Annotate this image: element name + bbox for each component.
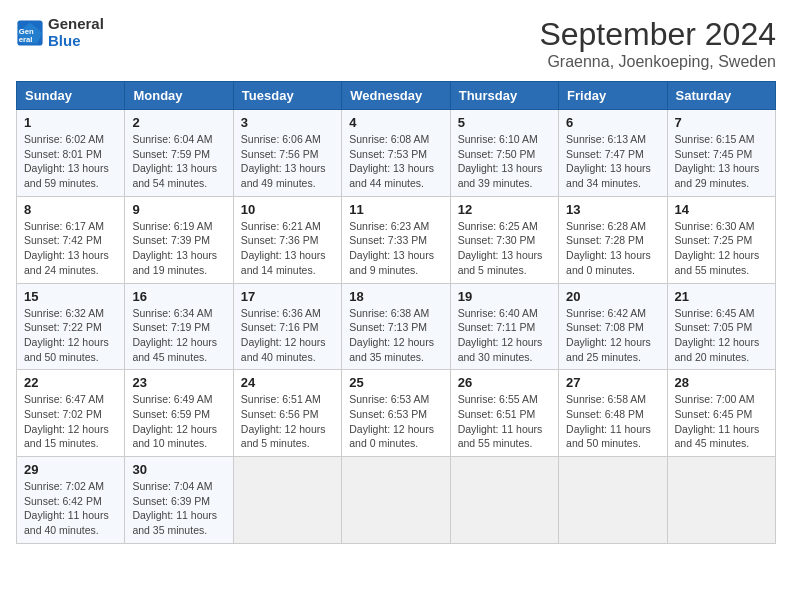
day-info: Sunrise: 6:06 AM Sunset: 7:56 PM Dayligh…: [241, 132, 334, 191]
day-info: Sunrise: 6:47 AM Sunset: 7:02 PM Dayligh…: [24, 392, 117, 451]
day-info: Sunrise: 7:00 AM Sunset: 6:45 PM Dayligh…: [675, 392, 768, 451]
col-header-wednesday: Wednesday: [342, 82, 450, 110]
calendar-week-2: 8Sunrise: 6:17 AM Sunset: 7:42 PM Daylig…: [17, 196, 776, 283]
day-info: Sunrise: 6:58 AM Sunset: 6:48 PM Dayligh…: [566, 392, 659, 451]
calendar-cell: 11Sunrise: 6:23 AM Sunset: 7:33 PM Dayli…: [342, 196, 450, 283]
logo: Gen eral General Blue: [16, 16, 104, 49]
calendar-cell: 8Sunrise: 6:17 AM Sunset: 7:42 PM Daylig…: [17, 196, 125, 283]
day-info: Sunrise: 6:32 AM Sunset: 7:22 PM Dayligh…: [24, 306, 117, 365]
day-info: Sunrise: 7:02 AM Sunset: 6:42 PM Dayligh…: [24, 479, 117, 538]
day-info: Sunrise: 6:02 AM Sunset: 8:01 PM Dayligh…: [24, 132, 117, 191]
calendar-cell: 15Sunrise: 6:32 AM Sunset: 7:22 PM Dayli…: [17, 283, 125, 370]
day-number: 10: [241, 202, 334, 217]
col-header-sunday: Sunday: [17, 82, 125, 110]
calendar-cell: 3Sunrise: 6:06 AM Sunset: 7:56 PM Daylig…: [233, 110, 341, 197]
calendar-week-1: 1Sunrise: 6:02 AM Sunset: 8:01 PM Daylig…: [17, 110, 776, 197]
day-number: 9: [132, 202, 225, 217]
calendar-week-5: 29Sunrise: 7:02 AM Sunset: 6:42 PM Dayli…: [17, 457, 776, 544]
calendar-cell: 5Sunrise: 6:10 AM Sunset: 7:50 PM Daylig…: [450, 110, 558, 197]
calendar-cell: 18Sunrise: 6:38 AM Sunset: 7:13 PM Dayli…: [342, 283, 450, 370]
day-info: Sunrise: 6:19 AM Sunset: 7:39 PM Dayligh…: [132, 219, 225, 278]
calendar-week-3: 15Sunrise: 6:32 AM Sunset: 7:22 PM Dayli…: [17, 283, 776, 370]
day-number: 26: [458, 375, 551, 390]
day-number: 30: [132, 462, 225, 477]
day-info: Sunrise: 7:04 AM Sunset: 6:39 PM Dayligh…: [132, 479, 225, 538]
day-info: Sunrise: 6:28 AM Sunset: 7:28 PM Dayligh…: [566, 219, 659, 278]
day-info: Sunrise: 6:53 AM Sunset: 6:53 PM Dayligh…: [349, 392, 442, 451]
calendar-cell: 4Sunrise: 6:08 AM Sunset: 7:53 PM Daylig…: [342, 110, 450, 197]
day-number: 19: [458, 289, 551, 304]
day-info: Sunrise: 6:55 AM Sunset: 6:51 PM Dayligh…: [458, 392, 551, 451]
calendar-cell: 1Sunrise: 6:02 AM Sunset: 8:01 PM Daylig…: [17, 110, 125, 197]
calendar-cell: 21Sunrise: 6:45 AM Sunset: 7:05 PM Dayli…: [667, 283, 775, 370]
calendar-cell: [342, 457, 450, 544]
day-info: Sunrise: 6:13 AM Sunset: 7:47 PM Dayligh…: [566, 132, 659, 191]
day-number: 28: [675, 375, 768, 390]
calendar-cell: 28Sunrise: 7:00 AM Sunset: 6:45 PM Dayli…: [667, 370, 775, 457]
day-info: Sunrise: 6:38 AM Sunset: 7:13 PM Dayligh…: [349, 306, 442, 365]
day-number: 27: [566, 375, 659, 390]
logo-icon: Gen eral: [16, 19, 44, 47]
day-info: Sunrise: 6:51 AM Sunset: 6:56 PM Dayligh…: [241, 392, 334, 451]
calendar-cell: 14Sunrise: 6:30 AM Sunset: 7:25 PM Dayli…: [667, 196, 775, 283]
calendar-cell: 26Sunrise: 6:55 AM Sunset: 6:51 PM Dayli…: [450, 370, 558, 457]
col-header-friday: Friday: [559, 82, 667, 110]
calendar-cell: 2Sunrise: 6:04 AM Sunset: 7:59 PM Daylig…: [125, 110, 233, 197]
day-info: Sunrise: 6:40 AM Sunset: 7:11 PM Dayligh…: [458, 306, 551, 365]
calendar-cell: [559, 457, 667, 544]
day-info: Sunrise: 6:45 AM Sunset: 7:05 PM Dayligh…: [675, 306, 768, 365]
calendar-cell: 29Sunrise: 7:02 AM Sunset: 6:42 PM Dayli…: [17, 457, 125, 544]
day-info: Sunrise: 6:10 AM Sunset: 7:50 PM Dayligh…: [458, 132, 551, 191]
calendar-cell: 17Sunrise: 6:36 AM Sunset: 7:16 PM Dayli…: [233, 283, 341, 370]
day-number: 11: [349, 202, 442, 217]
day-number: 4: [349, 115, 442, 130]
calendar-cell: [450, 457, 558, 544]
day-info: Sunrise: 6:34 AM Sunset: 7:19 PM Dayligh…: [132, 306, 225, 365]
day-number: 24: [241, 375, 334, 390]
calendar-cell: 30Sunrise: 7:04 AM Sunset: 6:39 PM Dayli…: [125, 457, 233, 544]
day-number: 5: [458, 115, 551, 130]
day-info: Sunrise: 6:15 AM Sunset: 7:45 PM Dayligh…: [675, 132, 768, 191]
calendar-cell: 16Sunrise: 6:34 AM Sunset: 7:19 PM Dayli…: [125, 283, 233, 370]
calendar-cell: 19Sunrise: 6:40 AM Sunset: 7:11 PM Dayli…: [450, 283, 558, 370]
calendar-cell: [667, 457, 775, 544]
day-info: Sunrise: 6:21 AM Sunset: 7:36 PM Dayligh…: [241, 219, 334, 278]
calendar-cell: 13Sunrise: 6:28 AM Sunset: 7:28 PM Dayli…: [559, 196, 667, 283]
calendar-cell: 22Sunrise: 6:47 AM Sunset: 7:02 PM Dayli…: [17, 370, 125, 457]
day-number: 14: [675, 202, 768, 217]
day-info: Sunrise: 6:25 AM Sunset: 7:30 PM Dayligh…: [458, 219, 551, 278]
calendar-cell: 23Sunrise: 6:49 AM Sunset: 6:59 PM Dayli…: [125, 370, 233, 457]
day-info: Sunrise: 6:42 AM Sunset: 7:08 PM Dayligh…: [566, 306, 659, 365]
day-info: Sunrise: 6:23 AM Sunset: 7:33 PM Dayligh…: [349, 219, 442, 278]
calendar-cell: [233, 457, 341, 544]
title-block: September 2024 Graenna, Joenkoeping, Swe…: [539, 16, 776, 71]
day-number: 13: [566, 202, 659, 217]
calendar-cell: 27Sunrise: 6:58 AM Sunset: 6:48 PM Dayli…: [559, 370, 667, 457]
calendar-cell: 9Sunrise: 6:19 AM Sunset: 7:39 PM Daylig…: [125, 196, 233, 283]
calendar-cell: 12Sunrise: 6:25 AM Sunset: 7:30 PM Dayli…: [450, 196, 558, 283]
logo-text: General Blue: [48, 16, 104, 49]
day-number: 7: [675, 115, 768, 130]
day-number: 21: [675, 289, 768, 304]
col-header-saturday: Saturday: [667, 82, 775, 110]
day-number: 8: [24, 202, 117, 217]
calendar-table: SundayMondayTuesdayWednesdayThursdayFrid…: [16, 81, 776, 544]
calendar-cell: 6Sunrise: 6:13 AM Sunset: 7:47 PM Daylig…: [559, 110, 667, 197]
day-number: 3: [241, 115, 334, 130]
day-number: 12: [458, 202, 551, 217]
day-number: 29: [24, 462, 117, 477]
page-header: Gen eral General Blue September 2024 Gra…: [16, 16, 776, 71]
calendar-cell: 24Sunrise: 6:51 AM Sunset: 6:56 PM Dayli…: [233, 370, 341, 457]
day-info: Sunrise: 6:49 AM Sunset: 6:59 PM Dayligh…: [132, 392, 225, 451]
day-info: Sunrise: 6:30 AM Sunset: 7:25 PM Dayligh…: [675, 219, 768, 278]
month-year-title: September 2024: [539, 16, 776, 53]
day-info: Sunrise: 6:36 AM Sunset: 7:16 PM Dayligh…: [241, 306, 334, 365]
day-number: 18: [349, 289, 442, 304]
col-header-tuesday: Tuesday: [233, 82, 341, 110]
day-number: 20: [566, 289, 659, 304]
day-number: 6: [566, 115, 659, 130]
day-number: 23: [132, 375, 225, 390]
calendar-cell: 7Sunrise: 6:15 AM Sunset: 7:45 PM Daylig…: [667, 110, 775, 197]
day-number: 16: [132, 289, 225, 304]
calendar-cell: 25Sunrise: 6:53 AM Sunset: 6:53 PM Dayli…: [342, 370, 450, 457]
